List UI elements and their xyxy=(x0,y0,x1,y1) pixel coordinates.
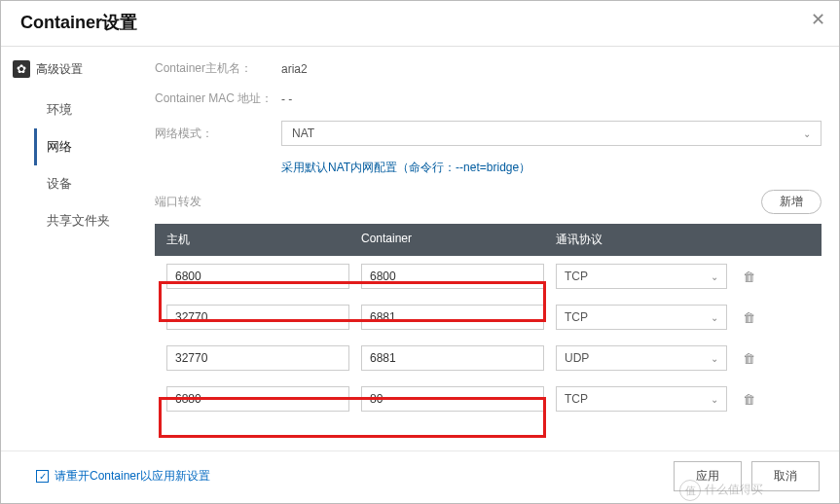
advanced-label: 高级设置 xyxy=(36,61,83,78)
container-port-input[interactable] xyxy=(361,345,544,371)
container-port-input[interactable] xyxy=(361,264,544,289)
sidebar-item-device[interactable]: 设备 xyxy=(34,165,143,202)
protocol-value: TCP xyxy=(565,310,588,324)
table-header: 主机 Container 通讯协议 xyxy=(155,224,822,256)
netmode-value: NAT xyxy=(292,126,314,140)
apply-button[interactable]: 应用 xyxy=(674,461,742,491)
netmode-label: 网络模式： xyxy=(155,126,281,142)
trash-icon[interactable]: 🗑 xyxy=(739,351,758,366)
host-port-input[interactable] xyxy=(166,345,349,371)
sidebar-item-network[interactable]: 网络 xyxy=(34,128,143,165)
trash-icon[interactable]: 🗑 xyxy=(739,392,758,407)
protocol-select[interactable]: TCP ⌄ xyxy=(556,386,727,412)
host-port-input[interactable] xyxy=(166,305,349,330)
checkbox-icon[interactable]: ✓ xyxy=(36,470,49,483)
chevron-down-icon: ⌄ xyxy=(711,394,718,405)
footer: ✓ 请重开Container以应用新设置 应用 取消 xyxy=(1,450,839,503)
netmode-hint: 采用默认NAT内网配置（命令行：--net=bridge） xyxy=(281,160,822,176)
content-panel: Container主机名： aria2 Container MAC 地址： - … xyxy=(143,60,822,457)
table-row: UDP ⌄ 🗑 xyxy=(155,338,822,378)
mac-value: - - xyxy=(281,92,292,106)
add-button[interactable]: 新增 xyxy=(761,190,822,214)
mac-label: Container MAC 地址： xyxy=(155,90,281,107)
hostname-label: Container主机名： xyxy=(155,60,281,77)
portforward-label: 端口转发 xyxy=(155,194,761,210)
sidebar-item-shared[interactable]: 共享文件夹 xyxy=(34,202,143,239)
table-row: TCP ⌄ 🗑 xyxy=(155,378,822,419)
protocol-value: TCP xyxy=(565,392,588,406)
close-icon[interactable]: ✕ xyxy=(811,9,825,30)
chevron-down-icon: ⌄ xyxy=(711,353,718,364)
protocol-select[interactable]: UDP ⌄ xyxy=(556,345,727,371)
col-host: 主机 xyxy=(166,232,361,248)
col-protocol: 通讯协议 xyxy=(556,232,810,248)
restart-checkbox-row[interactable]: ✓ 请重开Container以应用新设置 xyxy=(36,468,210,485)
table-row: TCP ⌄ 🗑 xyxy=(155,256,822,297)
container-port-input[interactable] xyxy=(361,386,544,412)
host-port-input[interactable] xyxy=(166,264,349,289)
protocol-value: UDP xyxy=(565,351,589,365)
chevron-down-icon: ⌄ xyxy=(711,312,718,323)
trash-icon[interactable]: 🗑 xyxy=(739,270,758,284)
container-port-input[interactable] xyxy=(361,305,544,330)
trash-icon[interactable]: 🗑 xyxy=(739,310,758,325)
chevron-down-icon: ⌄ xyxy=(803,128,811,139)
gear-icon: ✿ xyxy=(13,60,30,78)
protocol-select[interactable]: TCP ⌄ xyxy=(556,305,727,330)
table-row: TCP ⌄ 🗑 xyxy=(155,297,822,338)
sidebar: ✿ 高级设置 环境 网络 设备 共享文件夹 xyxy=(34,60,143,457)
advanced-settings-header: ✿ 高级设置 xyxy=(13,60,143,78)
protocol-value: TCP xyxy=(565,270,588,283)
protocol-select[interactable]: TCP ⌄ xyxy=(556,264,727,289)
cancel-button[interactable]: 取消 xyxy=(751,461,820,491)
host-port-input[interactable] xyxy=(166,386,349,412)
restart-label: 请重开Container以应用新设置 xyxy=(55,468,210,485)
sidebar-item-env[interactable]: 环境 xyxy=(34,91,143,128)
netmode-select[interactable]: NAT ⌄ xyxy=(281,121,822,146)
chevron-down-icon: ⌄ xyxy=(711,271,718,282)
col-container: Container xyxy=(361,232,556,248)
page-title: Container设置 xyxy=(20,11,820,34)
hostname-value: aria2 xyxy=(281,62,308,76)
